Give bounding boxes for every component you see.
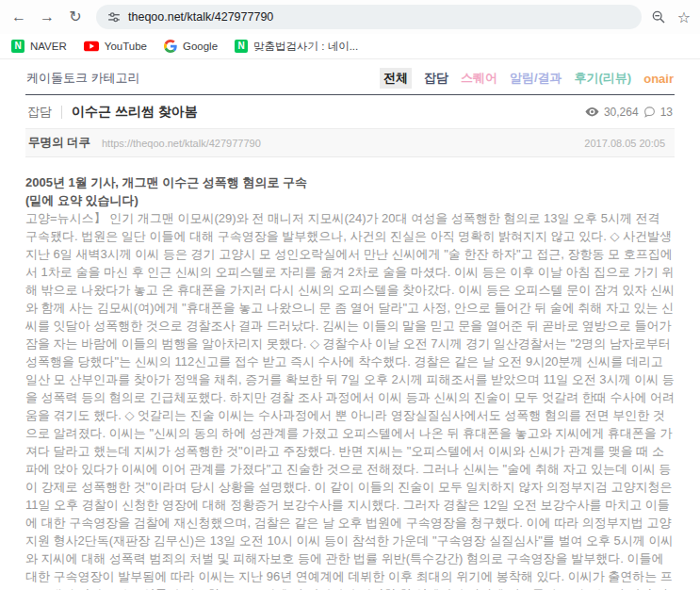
bookmark-google[interactable]: Google xyxy=(164,40,218,53)
post-author-row: 무명의 더쿠 https://theqoo.net/ktalk/42797779… xyxy=(25,129,675,157)
comments-icon xyxy=(643,107,656,118)
tab-all[interactable]: 전체 xyxy=(380,68,412,89)
bookmark-label: NAVER xyxy=(30,41,67,52)
forward-icon[interactable]: → xyxy=(36,6,58,28)
post-body: 2005년 1월 기사, 개그맨 이수근 성폭행 혐의로 구속 (밑에 요약 있… xyxy=(25,157,675,590)
youtube-icon xyxy=(84,41,99,52)
reload-icon[interactable]: ↻ xyxy=(64,6,87,28)
naver-icon: N xyxy=(235,40,248,53)
post-title: 이수근 쓰리썸 찾아봄 xyxy=(72,104,198,121)
bookmark-label: Google xyxy=(183,41,218,52)
naver-icon: N xyxy=(11,40,24,53)
bookmark-spellcheck[interactable]: N 맞춤법검사기 : 네이... xyxy=(235,40,358,54)
url-text: theqoo.net/ktalk/427977790 xyxy=(128,10,273,24)
browser-window: ← → ↻ theqoo.net/ktalk/427977790 ☆ N NAV… xyxy=(0,0,700,590)
tab-onair[interactable]: onair xyxy=(643,72,674,86)
article-text: 고양=뉴시스】 인기 개그맨 이모씨(29)와 전 매니저 지모씨(24)가 2… xyxy=(25,209,675,590)
url-bar[interactable]: theqoo.net/ktalk/427977790 xyxy=(96,5,642,29)
tab-review[interactable]: 후기(리뷰) xyxy=(575,70,632,87)
site-info-icon[interactable] xyxy=(107,10,121,24)
permalink-url[interactable]: https://theqoo.net/ktalk/427977790 xyxy=(102,138,261,149)
divider xyxy=(61,106,62,119)
bookmark-label: 맞춤법검사기 : 네이... xyxy=(253,40,358,54)
post-title-row: 잡담 이수근 쓰리썸 찾아봄 30,264 13 xyxy=(25,95,675,129)
browser-toolbar: ← → ↻ theqoo.net/ktalk/427977790 ☆ xyxy=(0,0,700,34)
tab-notice-results[interactable]: 알림/결과 xyxy=(510,70,562,87)
bookmark-label: YouTube xyxy=(105,41,147,52)
board-category-title: 케이돌토크 카테고리 xyxy=(26,70,140,87)
bookmark-naver[interactable]: N NAVER xyxy=(11,40,67,53)
bookmark-star-icon[interactable]: ☆ xyxy=(677,8,691,26)
post-heading-line2: (밑에 요약 있습니다) xyxy=(25,191,675,209)
zoom-out-icon[interactable] xyxy=(651,9,666,25)
post-heading-line1: 2005년 1월 기사, 개그맨 이수근 성폭행 혐의로 구속 xyxy=(25,173,675,191)
bookmark-youtube[interactable]: YouTube xyxy=(84,41,147,52)
tab-square[interactable]: 스퀘어 xyxy=(461,70,497,87)
views-count: 30,264 xyxy=(604,106,639,119)
back-icon[interactable]: ← xyxy=(8,6,30,28)
comments-count: 13 xyxy=(660,106,673,119)
post-category-label: 잡담 xyxy=(27,104,52,121)
google-icon xyxy=(164,40,177,53)
board-category-header: 케이돌토크 카테고리 전체 잡담 스퀘어 알림/결과 후기(리뷰) onair xyxy=(25,63,675,95)
tab-chat[interactable]: 잡담 xyxy=(424,70,448,87)
board-tabs: 전체 잡담 스퀘어 알림/결과 후기(리뷰) onair xyxy=(380,68,674,89)
post-datetime: 2017.08.05 20:05 xyxy=(584,138,665,149)
views-eye-icon xyxy=(585,107,599,118)
author-name: 무명의 더쿠 xyxy=(28,135,90,151)
bookmarks-bar: N NAVER YouTube Google N 맞춤법검사기 : 네이... xyxy=(0,34,700,59)
page-content: 케이돌토크 카테고리 전체 잡담 스퀘어 알림/결과 후기(리뷰) onair … xyxy=(0,59,700,590)
